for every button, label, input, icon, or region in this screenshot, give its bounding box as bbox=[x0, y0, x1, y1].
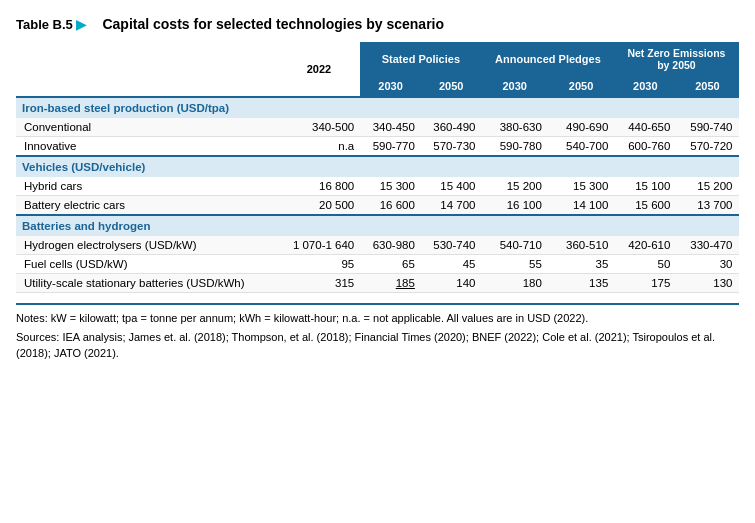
cell-value: 185 bbox=[360, 274, 421, 293]
table-row: Conventional340-500340-450360-490380-630… bbox=[16, 118, 739, 137]
cell-value: 15 400 bbox=[421, 177, 482, 196]
col-2022-header: 2022 bbox=[278, 43, 360, 98]
cell-value: 15 200 bbox=[482, 177, 548, 196]
cell-value: 175 bbox=[614, 274, 676, 293]
notes-section: Notes: kW = kilowatt; tpa = tonne per an… bbox=[16, 303, 739, 361]
category-row: Iron-based steel production (USD/tpa) bbox=[16, 97, 739, 118]
cell-value: 360-510 bbox=[548, 236, 614, 255]
category-row: Vehicles (USD/vehicle) bbox=[16, 156, 739, 177]
cell-value: 540-710 bbox=[482, 236, 548, 255]
table-row: Fuel cells (USD/kW)95654555355030 bbox=[16, 255, 739, 274]
cell-value: 330-470 bbox=[676, 236, 738, 255]
cell-value: 15 600 bbox=[614, 196, 676, 216]
table-title: Capital costs for selected technologies … bbox=[102, 16, 444, 32]
cell-value: 45 bbox=[421, 255, 482, 274]
cell-value: 140 bbox=[421, 274, 482, 293]
cell-value: 35 bbox=[548, 255, 614, 274]
table-row: Utility-scale stationary batteries (USD/… bbox=[16, 274, 739, 293]
category-row: Batteries and hydrogen bbox=[16, 215, 739, 236]
ap-2030: 2030 bbox=[482, 76, 548, 98]
header-group-row: 2022 Stated Policies Announced Pledges N… bbox=[16, 43, 739, 76]
cell-value: 380-630 bbox=[482, 118, 548, 137]
table-row: Hydrogen electrolysers (USD/kW)1 070-1 6… bbox=[16, 236, 739, 255]
cell-value: 570-730 bbox=[421, 137, 482, 157]
cell-value: 16 600 bbox=[360, 196, 421, 216]
cell-value: 590-780 bbox=[482, 137, 548, 157]
nze-2030: 2030 bbox=[614, 76, 676, 98]
row-label: Hydrogen electrolysers (USD/kW) bbox=[16, 236, 278, 255]
sp-2050: 2050 bbox=[421, 76, 482, 98]
cell-value: 570-720 bbox=[676, 137, 738, 157]
table-title-row: Table B.5 ▶ Capital costs for selected t… bbox=[16, 16, 739, 32]
cell-value: 315 bbox=[278, 274, 360, 293]
sp-2030: 2030 bbox=[360, 76, 421, 98]
row-label: Fuel cells (USD/kW) bbox=[16, 255, 278, 274]
row-label: Hybrid cars bbox=[16, 177, 278, 196]
table-row: Innovativen.a590-770570-730590-780540-70… bbox=[16, 137, 739, 157]
cell-value: 600-760 bbox=[614, 137, 676, 157]
cell-value: 490-690 bbox=[548, 118, 614, 137]
nze-2050: 2050 bbox=[676, 76, 738, 98]
row-label: Conventional bbox=[16, 118, 278, 137]
table-body: Iron-based steel production (USD/tpa)Con… bbox=[16, 97, 739, 293]
cell-value: 15 100 bbox=[614, 177, 676, 196]
cell-value: 1 070-1 640 bbox=[278, 236, 360, 255]
cell-value: 590-740 bbox=[676, 118, 738, 137]
stated-policies-header: Stated Policies bbox=[360, 43, 481, 76]
cell-value: 95 bbox=[278, 255, 360, 274]
cell-value: n.a bbox=[278, 137, 360, 157]
row-label: Battery electric cars bbox=[16, 196, 278, 216]
cell-value: 420-610 bbox=[614, 236, 676, 255]
table-row: Battery electric cars20 50016 60014 7001… bbox=[16, 196, 739, 216]
net-zero-header: Net Zero Emissionsby 2050 bbox=[614, 43, 738, 76]
cell-value: 590-770 bbox=[360, 137, 421, 157]
cell-value: 360-490 bbox=[421, 118, 482, 137]
cell-value: 15 300 bbox=[360, 177, 421, 196]
cell-value: 55 bbox=[482, 255, 548, 274]
cell-value: 135 bbox=[548, 274, 614, 293]
announced-pledges-header: Announced Pledges bbox=[482, 43, 615, 76]
cell-value: 14 100 bbox=[548, 196, 614, 216]
cell-value: 15 200 bbox=[676, 177, 738, 196]
cell-value: 30 bbox=[676, 255, 738, 274]
cell-value: 630-980 bbox=[360, 236, 421, 255]
table-arrow: ▶ bbox=[76, 17, 86, 32]
row-label: Innovative bbox=[16, 137, 278, 157]
cell-value: 50 bbox=[614, 255, 676, 274]
row-label: Utility-scale stationary batteries (USD/… bbox=[16, 274, 278, 293]
main-table: 2022 Stated Policies Announced Pledges N… bbox=[16, 42, 739, 293]
cell-value: 15 300 bbox=[548, 177, 614, 196]
cell-value: 20 500 bbox=[278, 196, 360, 216]
sources-text: Sources: IEA analysis; James et. al. (20… bbox=[16, 330, 739, 361]
cell-value: 530-740 bbox=[421, 236, 482, 255]
cell-value: 540-700 bbox=[548, 137, 614, 157]
table-label: Table B.5 ▶ bbox=[16, 17, 86, 32]
col-label-header bbox=[16, 43, 278, 98]
cell-value: 440-650 bbox=[614, 118, 676, 137]
cell-value: 340-500 bbox=[278, 118, 360, 137]
cell-value: 13 700 bbox=[676, 196, 738, 216]
notes-text: Notes: kW = kilowatt; tpa = tonne per an… bbox=[16, 311, 739, 326]
cell-value: 14 700 bbox=[421, 196, 482, 216]
cell-value: 65 bbox=[360, 255, 421, 274]
cell-value: 130 bbox=[676, 274, 738, 293]
cell-value: 16 800 bbox=[278, 177, 360, 196]
cell-value: 16 100 bbox=[482, 196, 548, 216]
cell-value: 180 bbox=[482, 274, 548, 293]
ap-2050: 2050 bbox=[548, 76, 614, 98]
cell-value: 340-450 bbox=[360, 118, 421, 137]
table-row: Hybrid cars16 80015 30015 40015 20015 30… bbox=[16, 177, 739, 196]
